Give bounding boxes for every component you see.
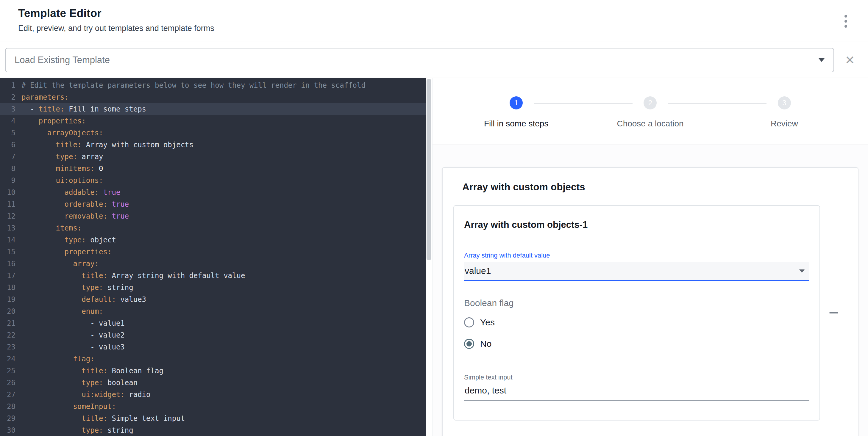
code-editor[interactable]: 1# Edit the template parameters below to…	[0, 78, 426, 436]
radio-option-label: Yes	[480, 317, 495, 328]
code-line[interactable]: 5 arrayObjects:	[0, 127, 426, 139]
step-circle: 2	[644, 96, 657, 109]
code-line[interactable]: 14 type: object	[0, 234, 426, 246]
line-number: 19	[0, 294, 16, 305]
code-line[interactable]: 9 ui:options:	[0, 175, 426, 187]
line-number: 16	[0, 258, 16, 270]
code-line[interactable]: 20 enum:	[0, 305, 426, 317]
code-text: someInput:	[16, 401, 116, 412]
code-text: title: Boolean flag	[16, 365, 163, 377]
code-editor-pane: 1# Edit the template parameters below to…	[0, 78, 432, 436]
code-line[interactable]: 26 type: boolean	[0, 377, 426, 389]
line-number: 15	[0, 246, 16, 258]
step-2: 2Choose a location	[583, 78, 717, 144]
select-field-label: Array string with default value	[464, 251, 809, 259]
code-line[interactable]: 1# Edit the template parameters below to…	[0, 79, 426, 91]
array-string-select[interactable]: value1	[464, 262, 809, 281]
code-text: ui:options:	[16, 175, 103, 187]
code-text: type: array	[16, 151, 103, 163]
code-line[interactable]: 10 addable: true	[0, 187, 426, 198]
code-line[interactable]: 8 minItems: 0	[0, 163, 426, 175]
more-options-button[interactable]	[843, 13, 849, 29]
line-number: 3	[0, 103, 16, 115]
step-connector	[668, 103, 767, 103]
code-text: properties:	[16, 115, 86, 127]
load-template-select[interactable]: Load Existing Template	[5, 48, 834, 72]
step-label: Fill in some steps	[484, 119, 548, 129]
code-line[interactable]: 13 items:	[0, 222, 426, 234]
line-number: 18	[0, 282, 16, 294]
code-line[interactable]: 24 flag:	[0, 353, 426, 365]
scrollbar-thumb[interactable]	[427, 79, 431, 260]
step-circle: 1	[509, 96, 523, 109]
line-number: 13	[0, 222, 16, 234]
code-text: type: boolean	[16, 377, 137, 389]
array-item-row: Array with custom objects-1 Array string…	[453, 205, 847, 421]
radio-group-label: Boolean flag	[464, 298, 809, 308]
line-number: 11	[0, 198, 16, 210]
code-text: addable: true	[16, 187, 120, 198]
main-split: 1# Edit the template parameters below to…	[0, 78, 868, 436]
step-label: Review	[771, 119, 798, 129]
code-line[interactable]: 11 orderable: true	[0, 198, 426, 210]
code-line[interactable]: 25 title: Boolean flag	[0, 365, 426, 377]
step-circle: 3	[778, 96, 791, 109]
step-1: 1Fill in some steps	[449, 78, 583, 144]
code-line[interactable]: 19 default: value3	[0, 294, 426, 305]
code-line[interactable]: 30 type: string	[0, 425, 426, 436]
code-line[interactable]: 28 someInput:	[0, 401, 426, 412]
code-line[interactable]: 16 array:	[0, 258, 426, 270]
line-number: 4	[0, 115, 16, 127]
radio-button-icon	[464, 317, 474, 328]
code-line[interactable]: 29 title: Simple text input	[0, 412, 426, 425]
code-line[interactable]: 18 type: string	[0, 282, 426, 294]
code-text: minItems: 0	[16, 163, 103, 175]
code-text: arrayObjects:	[16, 127, 103, 139]
code-line[interactable]: 7 type: array	[0, 151, 426, 163]
code-text: removable: true	[16, 210, 129, 222]
chevron-down-icon	[818, 58, 825, 62]
code-line[interactable]: 21 - value1	[0, 317, 426, 329]
code-text: enum:	[16, 305, 103, 317]
line-number: 23	[0, 341, 16, 353]
code-text: ui:widget: radio	[16, 389, 151, 401]
load-template-placeholder: Load Existing Template	[14, 55, 110, 65]
line-number: 28	[0, 401, 16, 412]
code-text: title: Simple text input	[16, 412, 185, 425]
remove-item-button[interactable]	[820, 306, 847, 320]
code-text: parameters:	[16, 91, 69, 103]
simple-text-input[interactable]	[464, 384, 809, 401]
line-number: 25	[0, 365, 16, 377]
code-text: # Edit the template parameters below to …	[16, 79, 366, 91]
radio-group: YesNo	[464, 312, 809, 355]
radio-option-label: No	[480, 339, 491, 349]
code-line[interactable]: 17 title: Array string with default valu…	[0, 270, 426, 282]
code-line[interactable]: 22 - value2	[0, 329, 426, 341]
step-3: 3Review	[717, 78, 851, 144]
code-text: properties:	[16, 246, 112, 258]
radio-option[interactable]: No	[464, 333, 809, 355]
line-number: 22	[0, 329, 16, 341]
code-line[interactable]: 2parameters:	[0, 91, 426, 103]
line-number: 1	[0, 79, 16, 91]
code-line[interactable]: 27 ui:widget: radio	[0, 389, 426, 401]
page-title: Template Editor	[18, 7, 850, 20]
code-line[interactable]: 3 - title: Fill in some steps	[0, 103, 426, 115]
editor-scrollbar[interactable]	[426, 78, 432, 436]
code-line[interactable]: 6 title: Array with custom objects	[0, 139, 426, 151]
chevron-down-icon	[799, 269, 805, 273]
radio-option[interactable]: Yes	[464, 312, 809, 333]
clear-button[interactable]: ✕	[845, 54, 855, 66]
line-number: 8	[0, 163, 16, 175]
code-text: title: Array string with default value	[16, 270, 245, 282]
code-line[interactable]: 12 removable: true	[0, 210, 426, 222]
form-card: Array with custom objects Array with cus…	[442, 167, 859, 436]
line-number: 10	[0, 187, 16, 198]
line-number: 29	[0, 412, 16, 425]
code-line[interactable]: 15 properties:	[0, 246, 426, 258]
code-lines: 1# Edit the template parameters below to…	[0, 79, 426, 436]
line-number: 14	[0, 234, 16, 246]
step-connector	[534, 103, 632, 103]
code-line[interactable]: 23 - value3	[0, 341, 426, 353]
code-line[interactable]: 4 properties:	[0, 115, 426, 127]
